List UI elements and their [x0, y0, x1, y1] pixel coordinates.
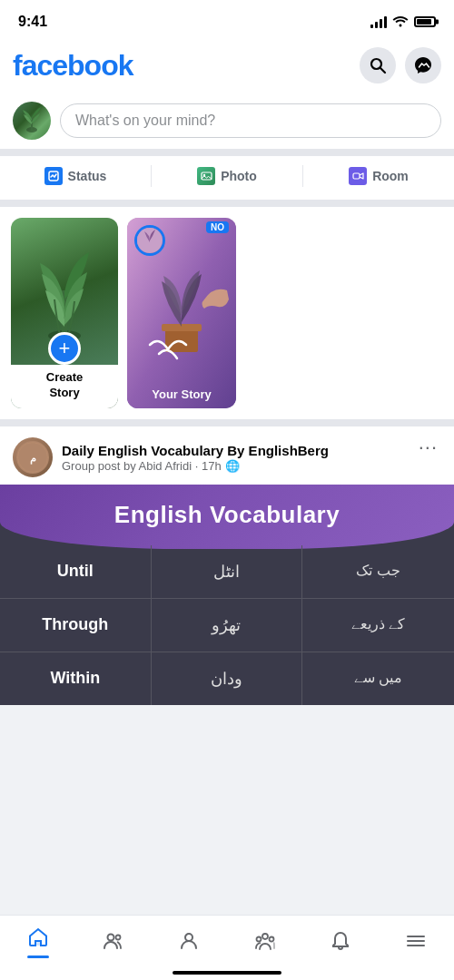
- room-button[interactable]: Room: [303, 160, 454, 192]
- status-icon: [44, 167, 63, 185]
- post-group-name: Daily English Vocabulary By EnglishBerg: [62, 442, 329, 460]
- user-avatar: [13, 102, 51, 140]
- vocab-urdu2-2: کے ذریعے: [302, 599, 454, 652]
- vocab-urdu1-1: انٹل: [152, 545, 303, 598]
- battery-icon: [414, 16, 436, 27]
- vocab-row-3: Within ودان میں سے: [0, 652, 454, 705]
- story-avatar-image: [137, 228, 163, 253]
- feed-post: م Daily English Vocabulary By EnglishBer…: [0, 426, 454, 705]
- svg-point-22: [256, 936, 261, 941]
- signal-icon: [370, 15, 387, 28]
- vocab-urdu1-3: ودان: [152, 652, 303, 705]
- status-time: 9:41: [18, 14, 47, 30]
- search-button[interactable]: [360, 47, 396, 83]
- svg-point-21: [262, 934, 268, 939]
- facebook-header: facebook: [0, 40, 454, 93]
- create-post-bar: What's on your mind?: [0, 93, 454, 156]
- action-row: Status Photo Room: [0, 156, 454, 207]
- create-story-label: Create Story: [11, 365, 118, 408]
- post-subline: Group post by Abid Afridi · 17h 🌐: [62, 459, 329, 473]
- svg-rect-5: [202, 172, 212, 180]
- post-meta: Daily English Vocabulary By EnglishBerg …: [62, 442, 329, 474]
- photo-button[interactable]: Photo: [152, 160, 302, 192]
- create-story-card[interactable]: + Create Story: [11, 218, 118, 408]
- nav-profile[interactable]: [152, 926, 227, 959]
- home-active-indicator: [27, 956, 49, 958]
- story-no-badge: NO: [206, 221, 229, 233]
- post-avatar: م: [13, 437, 53, 477]
- post-subline-text: Group post by Abid Afridi · 17h: [62, 459, 222, 473]
- vocab-english-3: Within: [0, 652, 152, 705]
- post-header: م Daily English Vocabulary By EnglishBer…: [0, 426, 454, 485]
- nav-notifications[interactable]: [302, 926, 378, 959]
- nav-friends[interactable]: [75, 926, 151, 959]
- nav-home[interactable]: [0, 923, 75, 962]
- nav-menu[interactable]: [379, 926, 454, 959]
- mind-input-placeholder: What's on your mind?: [75, 113, 215, 129]
- photo-icon: [197, 167, 215, 185]
- vocab-english-1: Until: [0, 545, 152, 598]
- vocab-table: Until انٹل جب تک Through تھرُو کے ذریعے …: [0, 545, 454, 705]
- vocabulary-card: English Vocabulary Until انٹل جب تک Thro…: [0, 485, 454, 705]
- vocab-row-1: Until انٹل جب تک: [0, 545, 454, 599]
- status-bar: 9:41: [0, 0, 454, 40]
- svg-line-1: [380, 68, 385, 73]
- photo-label: Photo: [221, 169, 257, 183]
- status-label: Status: [68, 169, 107, 183]
- svg-rect-7: [353, 173, 360, 179]
- svg-point-19: [115, 935, 120, 939]
- messenger-button[interactable]: [405, 47, 441, 83]
- profile-icon: [178, 930, 200, 956]
- facebook-logo: facebook: [13, 49, 133, 83]
- create-story-plus-icon: +: [48, 332, 81, 365]
- stories-section: + Create Story: [0, 207, 454, 426]
- vocab-urdu2-1: جب تک: [302, 545, 454, 598]
- whats-on-your-mind-input[interactable]: What's on your mind?: [60, 103, 441, 138]
- nav-groups[interactable]: [227, 926, 302, 959]
- status-icons: [370, 15, 436, 30]
- room-label: Room: [372, 169, 409, 183]
- svg-rect-17: [35, 940, 41, 946]
- vocab-row-2: Through تھرُو کے ذریعے: [0, 599, 454, 652]
- vocab-title: English Vocabulary: [114, 501, 340, 528]
- header-icon-group: [360, 47, 441, 83]
- vocab-header: English Vocabulary: [0, 485, 454, 549]
- your-story-card[interactable]: NO Your Story: [127, 218, 236, 408]
- messenger-icon: [414, 56, 432, 74]
- vocab-urdu1-2: تھرُو: [152, 599, 303, 652]
- avatar-plant-image: [13, 102, 51, 140]
- search-icon: [369, 56, 387, 74]
- story-avatar-ring: [134, 225, 165, 256]
- post-more-button[interactable]: ···: [415, 437, 441, 457]
- menu-icon: [405, 930, 427, 956]
- room-icon: [349, 167, 367, 185]
- home-icon: [27, 926, 49, 952]
- wifi-icon: [392, 15, 409, 30]
- post-globe-icon: 🌐: [225, 459, 240, 473]
- groups-icon: [254, 930, 276, 956]
- svg-point-23: [269, 936, 273, 941]
- notifications-icon: [330, 930, 351, 956]
- home-indicator: [173, 971, 281, 975]
- vocab-english-2: Through: [0, 599, 152, 652]
- svg-point-20: [185, 934, 192, 941]
- your-story-label: Your Story: [127, 382, 236, 408]
- svg-point-18: [107, 934, 114, 940]
- vocab-urdu2-3: میں سے: [302, 652, 454, 705]
- svg-text:م: م: [30, 453, 36, 465]
- status-button[interactable]: Status: [0, 160, 151, 192]
- post-header-left: م Daily English Vocabulary By EnglishBer…: [13, 437, 329, 477]
- friends-icon: [103, 930, 124, 956]
- post-avatar-image: م: [13, 437, 53, 477]
